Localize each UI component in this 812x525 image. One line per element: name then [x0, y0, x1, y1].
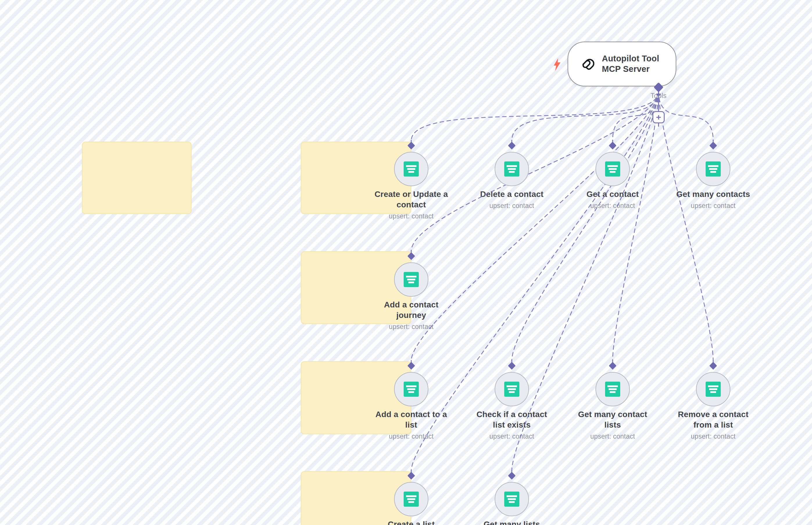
- tool-node-circle[interactable]: [595, 372, 630, 406]
- autopilot-logo-icon: [579, 56, 594, 72]
- tool-input-connector[interactable]: [609, 142, 617, 150]
- tool-node-circle[interactable]: [394, 372, 428, 406]
- tool-node-title: Create or Update a contact: [365, 189, 458, 210]
- tool-label: Remove a contact from a listupsert: cont…: [667, 409, 760, 440]
- tool-node-subtitle: upsert: contact: [667, 433, 760, 440]
- tool-input-connector[interactable]: [609, 362, 617, 370]
- autopilot-tool-icon: [504, 381, 519, 397]
- tool-label: Delete a contactupsert: contact: [465, 189, 558, 210]
- tool-node[interactable]: [696, 372, 730, 406]
- tool-node-title: Get many contacts: [667, 189, 760, 199]
- autopilot-tool-icon: [404, 381, 419, 397]
- add-tool-button[interactable]: +: [653, 111, 665, 123]
- tool-label: Get many contactsupsert: contact: [667, 189, 760, 210]
- tool-node-circle[interactable]: [495, 372, 529, 406]
- tool-node[interactable]: [394, 372, 428, 406]
- tool-label: Add a contact to a listupsert: contact: [365, 409, 458, 440]
- tool-node-circle[interactable]: [394, 482, 428, 516]
- tool-connection-edge: [512, 91, 658, 361]
- tool-node-subtitle: upsert: contact: [667, 202, 760, 210]
- tool-node-title: Remove a contact from a list: [667, 409, 760, 430]
- tool-node-title: Create a list: [365, 519, 458, 525]
- trigger-bolt-icon[interactable]: [553, 58, 561, 72]
- tool-label: Get many lists: [465, 519, 558, 525]
- tool-label: Get a contactupsert: contact: [566, 189, 659, 210]
- autopilot-tool-icon: [404, 492, 419, 507]
- tool-node-circle[interactable]: [495, 482, 529, 516]
- tool-input-connector[interactable]: [709, 362, 717, 370]
- autopilot-tool-icon: [605, 381, 620, 397]
- tool-node[interactable]: [495, 372, 529, 406]
- autopilot-tool-icon: [504, 492, 519, 507]
- tool-node-title: Get many contact lists: [566, 409, 659, 430]
- autopilot-tool-icon: [404, 162, 419, 177]
- tool-node[interactable]: [495, 482, 529, 516]
- tool-connection-edge: [613, 91, 658, 361]
- tool-node-circle[interactable]: [595, 152, 630, 186]
- tool-node-circle[interactable]: [394, 262, 428, 297]
- tool-node[interactable]: [495, 152, 529, 186]
- tool-node-subtitle: upsert: contact: [365, 433, 458, 440]
- autopilot-tool-icon: [504, 162, 519, 177]
- tool-node-subtitle: upsert: contact: [566, 202, 659, 210]
- workflow-canvas[interactable]: Create or Update a contactupsert: contac…: [0, 0, 812, 525]
- tool-node-circle[interactable]: [696, 372, 730, 406]
- tool-node[interactable]: [394, 262, 428, 297]
- tool-label: Check if a contact list existsupsert: co…: [465, 409, 558, 440]
- tool-input-connector[interactable]: [508, 472, 516, 480]
- tool-input-connector[interactable]: [508, 362, 516, 370]
- tool-input-connector[interactable]: [709, 142, 717, 150]
- tool-node-circle[interactable]: [495, 152, 529, 186]
- tool-node-title: Add a contact journey: [365, 300, 458, 320]
- tool-node-circle[interactable]: [696, 152, 730, 186]
- tool-connection-edge: [512, 91, 658, 141]
- sticky-note[interactable]: [82, 142, 191, 214]
- autopilot-tool-icon: [404, 272, 419, 287]
- tool-node-subtitle: upsert: contact: [365, 323, 458, 331]
- mcp-server-title: Autopilot Tool MCP Server: [602, 54, 666, 74]
- tool-node-title: Get many lists: [465, 519, 558, 525]
- tool-node-title: Delete a contact: [465, 189, 558, 199]
- tool-node-title: Check if a contact list exists: [465, 409, 558, 430]
- tool-node-title: Add a contact to a list: [365, 409, 458, 430]
- mcp-server-node[interactable]: Autopilot Tool MCP Server: [567, 42, 676, 86]
- tool-node[interactable]: [394, 482, 428, 516]
- tool-label: Add a contact journeyupsert: contact: [365, 300, 458, 331]
- tool-input-connector[interactable]: [508, 142, 516, 150]
- tools-connector-label: Tools: [651, 92, 667, 100]
- tool-label: Create a list: [365, 519, 458, 525]
- autopilot-tool-icon: [605, 162, 620, 177]
- tool-connection-edge: [658, 91, 713, 361]
- autopilot-tool-icon: [706, 162, 721, 177]
- tool-node-subtitle: upsert: contact: [465, 433, 558, 440]
- tool-node-title: Get a contact: [566, 189, 659, 199]
- tool-label: Create or Update a contactupsert: contac…: [365, 189, 458, 220]
- tool-connection-edge: [411, 91, 658, 141]
- tool-node[interactable]: [595, 152, 630, 186]
- tool-connection-edge: [658, 91, 713, 141]
- tool-node-subtitle: upsert: contact: [566, 433, 659, 440]
- tool-node-subtitle: upsert: contact: [465, 202, 558, 210]
- tool-node[interactable]: [696, 152, 730, 186]
- tool-node-circle[interactable]: [394, 152, 428, 186]
- tool-node[interactable]: [595, 372, 630, 406]
- tool-node[interactable]: [394, 152, 428, 186]
- tool-label: Get many contact listsupsert: contact: [566, 409, 659, 440]
- tool-node-subtitle: upsert: contact: [365, 212, 458, 220]
- autopilot-tool-icon: [706, 381, 721, 397]
